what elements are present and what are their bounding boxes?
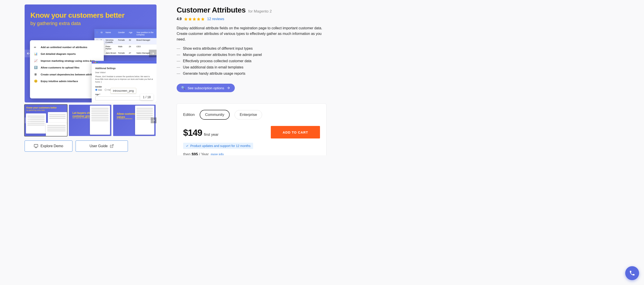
svg-rect-0 — [34, 144, 38, 147]
arrow-left-icon — [26, 52, 30, 56]
gallery-main-slide[interactable]: Know your customers better by gathering … — [24, 4, 156, 102]
feature-item: Generate handy attribute usage reports — [183, 72, 245, 76]
star-icon — [196, 17, 200, 21]
arrow-right-icon — [226, 86, 230, 90]
star-icon — [184, 17, 188, 21]
check-icon — [186, 144, 188, 147]
star-icon — [188, 17, 192, 21]
feature-item: Manage customer attributes from the admi… — [183, 53, 262, 57]
gallery-thumbnails: Know your customers better by gathering … — [24, 105, 156, 136]
gallery-counter: 1 / 18 — [140, 94, 154, 100]
image-tooltip: introscreen_png — [110, 88, 136, 94]
price-value: $149 — [183, 128, 202, 138]
renewal-text: then $95 / Year more info — [183, 152, 320, 155]
feature-item: Show extra attributes of different input… — [183, 46, 253, 50]
edition-chip-community[interactable]: Community — [200, 110, 230, 120]
slide-headline: Know your customers better — [30, 11, 124, 20]
gallery-thumb[interactable]: Allow customers to enter values in creat… — [113, 105, 156, 136]
button-label: See subscription options — [188, 86, 224, 90]
button-label: User Guide — [90, 144, 108, 148]
feature-item: Use additional data in email templates — [183, 65, 243, 69]
reviews-link[interactable]: 12 reviews — [207, 17, 224, 21]
add-to-cart-button[interactable]: ADD TO CART — [271, 126, 320, 138]
more-info-link[interactable]: more info — [211, 152, 224, 155]
edition-chip-enterprise[interactable]: Enterprise — [234, 110, 262, 120]
external-link-icon — [110, 144, 114, 148]
gallery-thumb[interactable]: Know your customers better by gathering … — [24, 105, 67, 136]
gallery-next-arrow[interactable] — [149, 50, 156, 57]
thumbs-next-arrow[interactable] — [151, 118, 156, 123]
feature-item: Effectively process collected customer d… — [183, 59, 252, 63]
slide-subline: by gathering extra data — [30, 20, 81, 26]
magnifier-icon: 🔍 — [181, 86, 185, 90]
user-guide-button[interactable]: User Guide — [76, 140, 128, 152]
arrow-right-icon — [152, 119, 155, 122]
edition-label: Edition — [183, 112, 195, 117]
rating-stars — [184, 17, 205, 21]
updates-badge: Product updates and support for 12 month… — [183, 143, 253, 149]
star-icon — [192, 17, 196, 21]
purchase-panel: Edition Community Enterprise $149 first … — [177, 103, 326, 155]
product-description: Display additional attribute fields on t… — [177, 26, 326, 42]
platform-tag: for Magento 2 — [248, 9, 272, 14]
monitor-icon — [34, 144, 38, 148]
rating-summary[interactable]: 4.9 12 reviews — [177, 17, 326, 21]
price-period: first year — [204, 132, 218, 137]
button-label: Explore Demo — [40, 144, 63, 148]
arrow-right-icon — [151, 52, 155, 56]
gallery-thumb[interactable]: Let buyers choose a customer group and s… — [69, 105, 111, 136]
explore-demo-button[interactable]: Explore Demo — [24, 140, 72, 152]
rating-value: 4.9 — [177, 17, 182, 21]
gallery-prev-arrow[interactable] — [24, 50, 32, 57]
feature-list: —Show extra attributes of different inpu… — [177, 46, 326, 76]
star-icon — [201, 17, 205, 21]
product-title: Customer Attributes — [177, 6, 246, 14]
subscription-options-button[interactable]: 🔍 See subscription options — [177, 84, 235, 92]
thumbs-prev-arrow[interactable] — [24, 118, 30, 123]
arrow-left-icon — [26, 119, 29, 122]
